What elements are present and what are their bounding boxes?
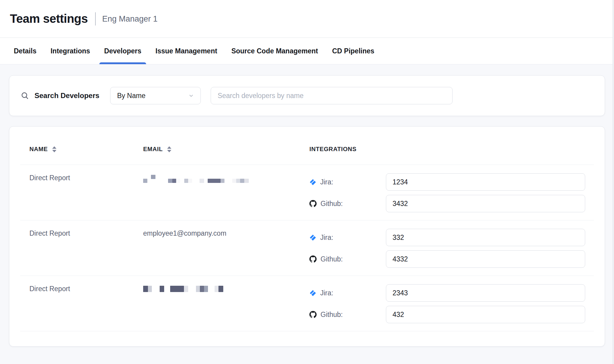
title-bar: Team settings Eng Manager 1 [0,0,614,38]
table-row: Direct Report Jira: [20,276,594,331]
github-label: Github: [321,200,343,208]
column-label-integrations: INTEGRATIONS [309,146,357,153]
developer-name: Direct Report [20,229,143,268]
jira-id-input[interactable] [386,284,585,302]
jira-integration-row: Jira: [309,173,585,191]
search-filter-value: By Name [117,92,146,100]
jira-id-input[interactable] [386,173,585,191]
integrations-cell: Jira: Github: [309,284,594,323]
jira-icon [309,290,316,297]
developer-name: Direct Report [20,284,143,323]
redacted-email [143,285,309,293]
content-area: Search Developers By Name NAME EMAIL [0,64,614,347]
sort-icon[interactable] [167,146,171,152]
github-integration-row: Github: [309,250,585,268]
developer-email [143,284,309,323]
tab-issue-management[interactable]: Issue Management [155,38,217,64]
jira-label: Jira: [320,234,333,242]
redacted-email [143,174,309,182]
github-icon [309,255,317,263]
scrollbar-track[interactable] [612,0,614,364]
github-integration-row: Github: [309,195,585,212]
jira-integration-row: Jira: [309,229,585,246]
column-header-name[interactable]: NAME [20,146,143,153]
github-icon [309,200,317,207]
search-input[interactable] [211,87,453,104]
tab-developers[interactable]: Developers [104,38,141,64]
jira-label: Jira: [320,178,333,186]
integrations-cell: Jira: Github: [309,173,594,212]
title-divider [95,12,96,25]
team-name: Eng Manager 1 [102,14,158,24]
tab-source-code-management[interactable]: Source Code Management [231,38,318,64]
github-integration-row: Github: [309,306,585,323]
integrations-cell: Jira: Github: [309,229,594,268]
sort-icon[interactable] [52,146,56,152]
developer-name: Direct Report [20,173,143,212]
table-header-row: NAME EMAIL INTEGRATIONS [20,127,594,165]
tab-details[interactable]: Details [14,38,36,64]
github-id-input[interactable] [386,195,585,212]
search-section: Search Developers By Name [9,75,605,116]
column-header-integrations: INTEGRATIONS [309,146,594,153]
column-label-name: NAME [29,146,48,153]
developer-email [143,173,309,212]
search-developers-label: Search Developers [35,91,99,100]
jira-id-input[interactable] [386,229,585,246]
table-row: Direct Report employee1@company.com Jira… [20,220,594,276]
jira-icon [309,179,316,186]
jira-integration-row: Jira: [309,284,585,302]
github-icon [309,311,317,318]
github-label: Github: [321,311,343,319]
chevron-down-icon [188,92,194,99]
github-label: Github: [321,255,343,263]
developers-table: NAME EMAIL INTEGRATIONS Direct Report [9,126,605,347]
search-icon [21,91,29,100]
jira-icon [309,234,316,241]
table-row: Direct Report Jira: [20,165,594,220]
tab-integrations[interactable]: Integrations [50,38,90,64]
column-label-email: EMAIL [143,146,163,153]
github-id-input[interactable] [386,306,585,323]
column-header-email[interactable]: EMAIL [143,146,309,153]
jira-label: Jira: [320,289,333,297]
github-id-input[interactable] [386,250,585,268]
tab-cd-pipelines[interactable]: CD Pipelines [332,38,375,64]
developer-email: employee1@company.com [143,229,309,268]
page-title: Team settings [10,12,88,25]
tab-bar: Details Integrations Developers Issue Ma… [0,38,614,64]
search-filter-select[interactable]: By Name [110,87,201,104]
